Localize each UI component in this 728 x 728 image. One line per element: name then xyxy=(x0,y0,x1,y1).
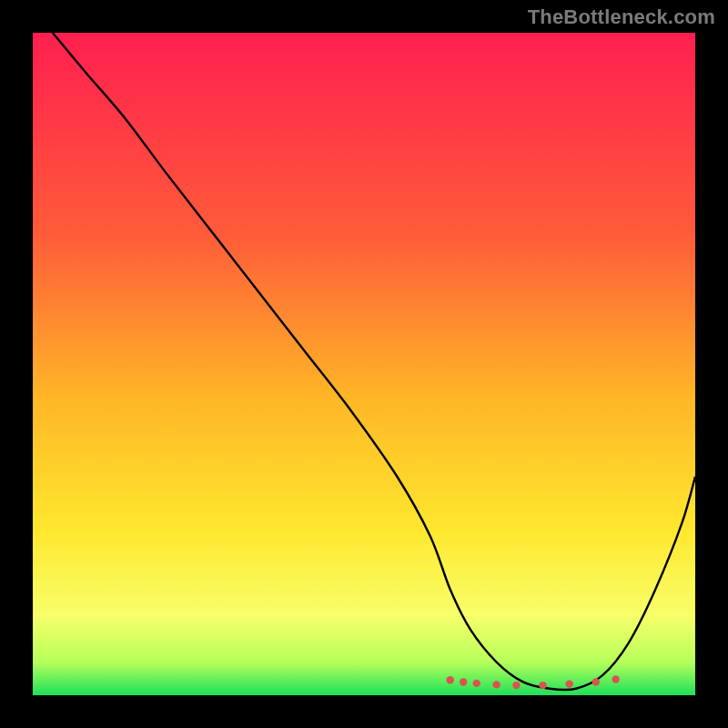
plot-area xyxy=(33,33,695,695)
marker-point xyxy=(612,675,619,682)
gradient-background xyxy=(33,33,695,695)
marker-point xyxy=(565,680,572,687)
marker-point xyxy=(539,682,546,689)
marker-point xyxy=(512,682,520,689)
marker-point xyxy=(473,680,480,687)
attribution-text: TheBottleneck.com xyxy=(528,5,715,29)
chart-canvas xyxy=(33,33,695,695)
marker-point xyxy=(492,681,500,688)
marker-point xyxy=(592,678,600,685)
chart-frame: TheBottleneck.com xyxy=(0,0,728,728)
marker-point xyxy=(446,676,453,683)
marker-point xyxy=(460,678,467,685)
